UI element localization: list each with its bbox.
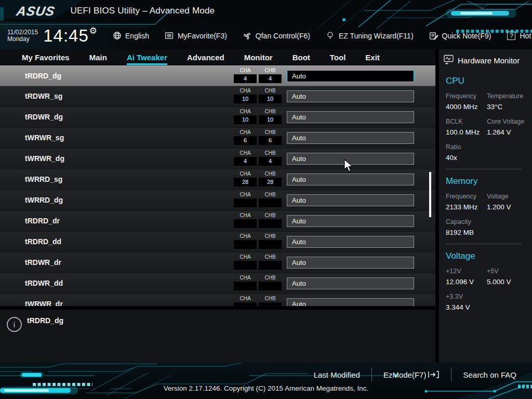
channel-b-cell: CHB6 [259,129,282,145]
bottom-item-last-modified[interactable]: Last Modified [302,370,371,379]
tab-ai-tweaker[interactable]: Ai Tweaker [127,53,167,65]
channel-value: 28 [259,178,282,187]
setting-label: tRDRD_dd [25,232,61,251]
version-text: Version 2.17.1246. Copyright (C) 2015 Am… [0,384,532,392]
channel-b-cell: CHB [259,212,282,228]
setting-value-dropdown[interactable]: Auto [287,236,414,248]
toolbar: 11/02/2015 Monday 14:45 ⚙ EnglishMyFavor… [0,22,532,49]
toolbar-item-ez-tuning-wizard-f11[interactable]: EZ Tuning Wizard(F11) [326,31,414,41]
channel-header-label: CHA [234,88,257,95]
toolbar-item-label: English [125,32,149,40]
setting-row-tRDWR_dr[interactable]: tRDWR_drCHACHBAuto [0,252,435,273]
channel-header-label: CHA [234,212,257,219]
channel-header-label: CHB [259,275,282,282]
setting-value-dropdown[interactable]: Auto [287,132,414,144]
ez-wizard-icon [326,31,335,41]
toolbar-item-label: Qfan Control(F6) [256,32,310,40]
channel-header-label: CHB [259,129,282,136]
hw-section-title-memory: Memory [446,176,532,187]
channel-value: 6 [234,136,257,145]
hw-section-title-voltage: Voltage [446,251,532,261]
channel-value: 4 [234,157,257,166]
title-bar: ASUS UEFI BIOS Utility – Advanced Mode [0,0,532,22]
tab-exit[interactable]: Exit [365,53,380,65]
toolbar-item-label: MyFavorite(F3) [178,32,227,40]
date-text: 11/02/2015 [7,29,38,36]
channel-header-label: CHA [234,150,257,157]
setting-value-dropdown[interactable]: Auto [287,174,414,185]
setting-row-tRDRD_dd[interactable]: tRDRD_ddCHACHBAuto [0,232,435,252]
bottom-item-ezmode-f7[interactable]: EzMode(F7) [372,370,451,379]
channel-value: 10 [234,115,257,124]
setting-value-dropdown[interactable]: Auto [287,70,414,82]
setting-row-tWRRD_sg[interactable]: tWRRD_sgCHA28CHB28Auto [0,169,435,190]
channel-value [234,240,257,249]
tab-my-favorites[interactable]: My Favorites [22,53,70,65]
setting-row-tRDRD_dr[interactable]: tRDRD_drCHACHBAuto [0,211,435,232]
tab-boot[interactable]: Boot [292,53,310,65]
setting-row-tWRWR_sg[interactable]: tWRWR_sgCHA6CHB6Auto [0,128,435,149]
hw-metric-label: Temperature [487,92,528,100]
setting-value-dropdown[interactable]: Auto [287,277,414,289]
tab-monitor[interactable]: Monitor [244,53,273,65]
hw-metric-value: 40x [446,154,487,162]
setting-row-tRDWR_dd[interactable]: tRDWR_ddCHACHBAuto [0,273,435,294]
setting-row-tWRWR_dr[interactable]: tWRWR_drCHACHBAuto [0,294,435,306]
tab-tool[interactable]: Tool [330,53,346,65]
quick-note-icon [429,31,438,41]
bottom-actions: Last ModifiedEzMode(F7)Search on FAQ [302,368,528,381]
channel-value: 4 [259,74,282,83]
tab-main[interactable]: Main [89,53,107,65]
setting-row-tRDWR_sg[interactable]: tRDWR_sgCHA10CHB10Auto [0,86,435,107]
toolbar-item-english[interactable]: English [112,31,149,41]
hw-metric-value: 12.096 V [446,278,487,286]
channel-header-label: CHB [259,88,282,95]
setting-label: tRDWR_dd [25,273,63,293]
hw-metric-value: 8192 MB [446,229,487,236]
mouse-cursor [344,159,354,172]
hw-metric-value: 2133 MHz [446,203,487,211]
gear-icon[interactable]: ⚙ [89,25,97,36]
channel-header-label: CHB [259,150,282,157]
toolbar-item-myfavorite-f3[interactable]: MyFavorite(F3) [165,31,227,41]
channel-header-label: CHA [234,129,257,136]
channel-value: 4 [259,157,282,166]
hw-metric-frequency: Frequency2133 MHz [446,193,487,211]
setting-value-dropdown[interactable]: Auto [287,194,414,206]
setting-value-dropdown[interactable]: Auto [287,111,414,123]
setting-value-dropdown[interactable]: Auto [287,90,414,102]
hardware-monitor-sections: CPUFrequency4000 MHzTemperature33°CBCLK1… [439,69,532,318]
channel-a-cell: CHA28 [234,171,257,187]
channel-value [259,261,282,270]
channel-a-cell: CHA [234,296,257,306]
toolbar-item-quick-note-f9[interactable]: Quick Note(F9) [429,31,491,41]
setting-row-tRDWR_dg[interactable]: tRDWR_dgCHA10CHB10Auto [0,107,435,128]
hw-metric-label: Core Voltage [487,118,528,125]
bottom-item-search-on-faq[interactable]: Search on FAQ [451,370,528,379]
channel-value [259,302,282,306]
setting-value-dropdown[interactable]: Auto [287,215,414,227]
menu-tab-bar: My FavoritesMainAi TweakerAdvancedMonito… [0,49,435,65]
setting-value-dropdown[interactable]: Auto [287,257,414,269]
qfan-icon [243,31,252,41]
channel-b-cell: CHB [259,233,282,249]
setting-row-tRDRD_dg[interactable]: tRDRD_dgCHA4CHB4Auto [0,65,435,86]
setting-label: tWRWR_sg [25,128,64,148]
toolbar-item-hot-keys[interactable]: ?Hot Keys [507,31,532,41]
toolbar-item-qfan-control-f6[interactable]: Qfan Control(F6) [243,31,310,41]
hw-metric-row: Capacity8192 MB [446,218,532,236]
setting-value-dropdown[interactable]: Auto [287,298,414,306]
channel-value [259,282,282,290]
tab-advanced[interactable]: Advanced [187,53,224,65]
channel-b-cell: CHB10 [259,109,282,124]
list-scrollbar[interactable] [429,172,431,217]
setting-row-tWRRD_dg[interactable]: tWRRD_dgCHACHBAuto [0,190,435,211]
channel-value: 10 [259,115,282,124]
setting-row-tWRWR_dg[interactable]: tWRWR_dgCHA4CHB4Auto [0,149,435,169]
toolbar-item-label: Hot Keys [520,32,532,40]
setting-label: tWRWR_dr [25,294,63,306]
hw-metric-label: +3.3V [446,293,487,300]
main-column: My FavoritesMainAi TweakerAdvancedMonito… [0,49,435,362]
channel-header-label: CHA [234,254,257,261]
hardware-monitor-icon [444,55,454,66]
